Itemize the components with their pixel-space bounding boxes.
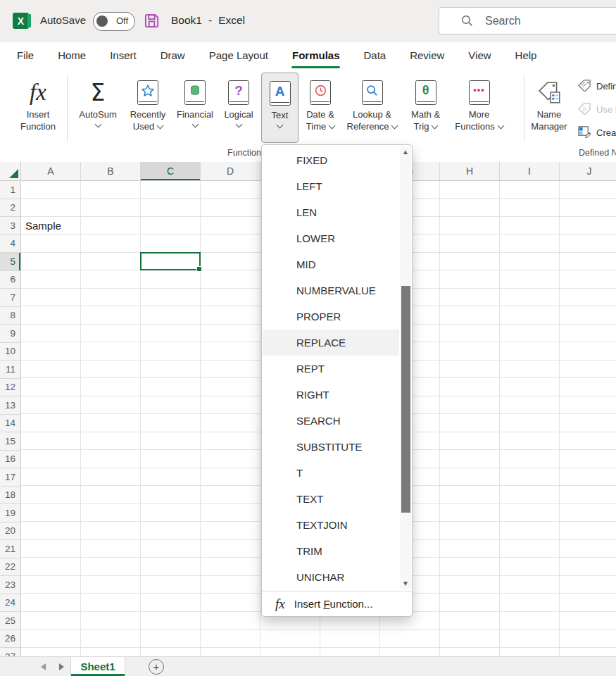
menu-item-trim[interactable]: TRIM	[263, 538, 399, 564]
insert-function-menu-item[interactable]: fx Insert Function...	[262, 591, 412, 616]
sheet-tab-sheet1[interactable]: Sheet1	[70, 657, 125, 676]
row-header-10[interactable]: 10	[0, 343, 21, 361]
column-header-J[interactable]: J	[560, 162, 616, 181]
lookup-reference-button[interactable]: Lookup &Reference	[341, 73, 403, 143]
row-header-16[interactable]: 16	[0, 451, 21, 469]
chevron-down-icon	[497, 123, 504, 130]
menu-item-t[interactable]: T	[263, 460, 399, 486]
row-header-23[interactable]: 23	[0, 576, 21, 594]
autosum-button[interactable]: ΣAutoSum	[73, 73, 123, 143]
tab-view[interactable]: View	[468, 42, 491, 70]
sigma-icon: Σ	[91, 76, 106, 108]
menu-item-textjoin[interactable]: TEXTJOIN	[263, 512, 399, 538]
menu-item-mid[interactable]: MID	[263, 251, 399, 277]
column-header-A[interactable]: A	[21, 162, 81, 181]
define-name-button[interactable]: Define Name	[577, 76, 616, 96]
name-manager-button[interactable]: NameManager	[527, 73, 571, 143]
menu-item-left[interactable]: LEFT	[263, 173, 399, 199]
autosave-state: Off	[116, 15, 128, 26]
tab-insert[interactable]: Insert	[110, 42, 137, 70]
more-functions-button[interactable]: •••MoreFunctions	[448, 73, 510, 143]
menu-item-fixed[interactable]: FIXED	[263, 147, 399, 173]
menu-item-search[interactable]: SEARCH	[263, 408, 399, 434]
row-header-21[interactable]: 21	[0, 540, 21, 558]
row-header-15[interactable]: 15	[0, 432, 21, 451]
menu-item-text[interactable]: TEXT	[263, 486, 399, 512]
add-sheet-button[interactable]: +	[149, 659, 164, 675]
row-header-3[interactable]: 3	[0, 217, 21, 235]
column-header-H[interactable]: H	[440, 162, 500, 181]
row-header-6[interactable]: 6	[0, 271, 21, 289]
row-header-14[interactable]: 14	[0, 415, 21, 433]
row-header-18[interactable]: 18	[0, 487, 21, 505]
row-header-13[interactable]: 13	[0, 396, 21, 415]
menu-item-substitute[interactable]: SUBSTITUTE	[263, 434, 399, 460]
row-header-2[interactable]: 2	[0, 199, 21, 218]
menu-item-unichar[interactable]: UNICHAR	[263, 564, 399, 590]
search-box[interactable]	[439, 7, 616, 35]
cell-A3[interactable]: Sample	[25, 217, 61, 235]
menu-item-proper[interactable]: PROPER	[263, 303, 399, 330]
save-icon[interactable]	[144, 13, 160, 32]
text-button[interactable]: AText	[261, 73, 298, 143]
row-header-12[interactable]: 12	[0, 379, 21, 397]
scroll-down-icon[interactable]: ▼	[400, 578, 411, 589]
row-header-22[interactable]: 22	[0, 558, 21, 577]
scrollbar-thumb[interactable]	[401, 286, 410, 513]
tab-home[interactable]: Home	[58, 42, 86, 70]
sheet-nav-right-icon[interactable]	[59, 663, 64, 670]
column-header-B[interactable]: B	[81, 162, 141, 181]
column-header-I[interactable]: I	[500, 162, 560, 181]
menu-item-lower[interactable]: LOWER	[263, 225, 399, 251]
row-header-4[interactable]: 4	[0, 235, 21, 254]
math-trig-button[interactable]: θMath &Trig	[404, 73, 447, 143]
recently-used-button[interactable]: RecentlyUsed	[124, 73, 172, 143]
fill-handle[interactable]	[196, 266, 202, 272]
row-header-20[interactable]: 20	[0, 522, 21, 541]
clock-book-icon	[310, 76, 331, 108]
row-header-19[interactable]: 19	[0, 504, 21, 522]
select-all-button[interactable]	[0, 162, 21, 181]
row-header-5[interactable]: 5	[0, 253, 21, 271]
row-header-24[interactable]: 24	[0, 594, 21, 613]
create-selection-icon	[577, 125, 592, 141]
tab-data[interactable]: Data	[363, 42, 386, 70]
scroll-up-icon[interactable]: ▲	[400, 146, 411, 158]
tab-draw[interactable]: Draw	[161, 42, 185, 70]
menu-item-len[interactable]: LEN	[263, 199, 399, 225]
excel-app-icon[interactable]: X	[13, 13, 29, 29]
menu-item-rept[interactable]: REPT	[263, 356, 399, 382]
date-time-button[interactable]: Date &Time	[301, 73, 340, 143]
workbook-name: Book1	[171, 14, 202, 26]
tab-help[interactable]: Help	[515, 42, 537, 70]
column-header-D[interactable]: D	[201, 162, 260, 181]
row-header-17[interactable]: 17	[0, 468, 21, 487]
autosave-toggle[interactable]: Off	[93, 12, 135, 31]
row-header-11[interactable]: 11	[0, 361, 21, 379]
insert-function-button[interactable]: fx Insert Function	[11, 73, 65, 143]
tab-file[interactable]: File	[17, 42, 34, 70]
create-from-selection-button[interactable]: Create from Selection	[577, 123, 616, 142]
row-header-1[interactable]: 1	[0, 181, 21, 199]
toggle-knob-icon	[96, 15, 108, 27]
menu-item-replace[interactable]: REPLACE	[263, 330, 399, 356]
row-header-27[interactable]: 27	[0, 648, 21, 656]
menu-scrollbar[interactable]: ▲ ▼	[400, 146, 411, 589]
row-header-8[interactable]: 8	[0, 307, 21, 325]
row-header-9[interactable]: 9	[0, 325, 21, 343]
tab-page-layout[interactable]: Page Layout	[209, 42, 268, 70]
selected-cell[interactable]	[140, 252, 201, 270]
tab-formulas[interactable]: Formulas	[292, 42, 340, 70]
chevron-down-icon	[235, 121, 242, 128]
logical-button[interactable]: ?Logical	[219, 73, 258, 143]
menu-item-right[interactable]: RIGHT	[263, 382, 399, 408]
row-header-25[interactable]: 25	[0, 612, 21, 630]
search-input[interactable]	[484, 14, 592, 28]
menu-item-numbervalue[interactable]: NUMBERVALUE	[263, 277, 399, 303]
row-header-7[interactable]: 7	[0, 289, 21, 307]
financial-button[interactable]: Financial	[172, 73, 218, 143]
row-header-26[interactable]: 26	[0, 630, 21, 649]
tab-review[interactable]: Review	[410, 42, 444, 70]
column-header-C[interactable]: C	[141, 162, 201, 181]
sheet-nav-left-icon[interactable]	[41, 663, 46, 670]
